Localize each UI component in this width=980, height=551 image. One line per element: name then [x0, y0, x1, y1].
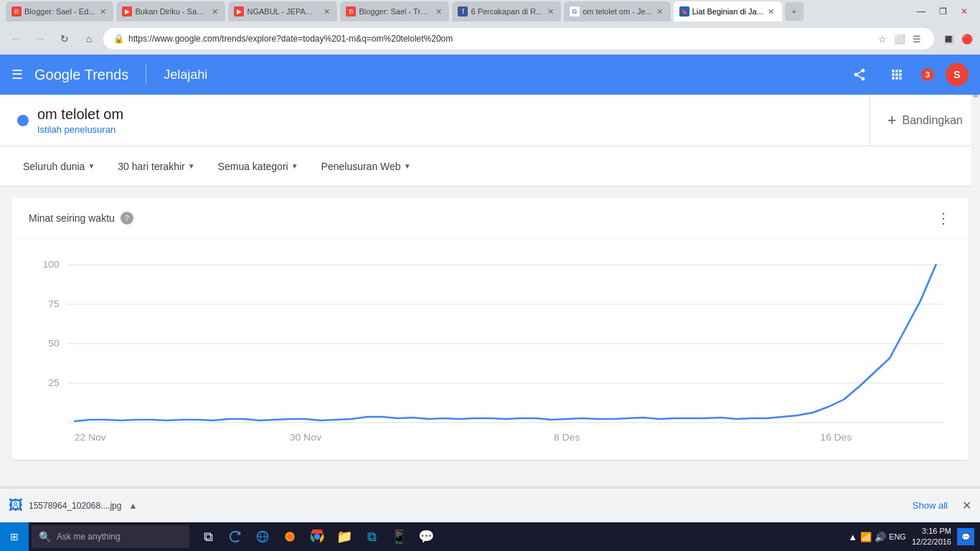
taskbar-chrome-icon[interactable] [304, 524, 330, 550]
minimize-button[interactable]: — [911, 4, 931, 19]
taskbar-search[interactable]: 🔍 Ask me anything [32, 525, 189, 548]
tab-favicon-5: f [458, 6, 468, 17]
time-display[interactable]: 3:16 PM 12/22/2016 [912, 526, 951, 548]
tab-close-5[interactable]: ✕ [545, 6, 555, 17]
avatar[interactable]: S [946, 63, 969, 86]
filter-time-arrow: ▼ [188, 162, 195, 170]
filter-bar: Seluruh dunia ▼ 30 hari terakhir ▼ Semua… [0, 146, 980, 187]
tab-4[interactable]: B Blogger: Sael - Tra... ✕ [340, 1, 449, 22]
extension-icon-2[interactable]: 🔴 [960, 32, 974, 46]
chart-container: 100 75 50 25 22 Nov 30 Nov 8 Des 16 Des [11, 239, 969, 460]
tab-close-2[interactable]: ✕ [209, 6, 220, 17]
tab-6[interactable]: G om telolet om - Je... ✕ [564, 1, 671, 22]
taskbar-ie-icon[interactable] [250, 524, 275, 550]
reload-button[interactable]: ↻ [55, 29, 75, 49]
taskbar-edge-icon[interactable] [222, 524, 248, 550]
tab-label-6: om telolet om - Je... [583, 7, 652, 16]
back-button[interactable]: ← [6, 29, 26, 49]
chart-title: Minat seiring waktu [29, 212, 115, 224]
filter-time[interactable]: 30 hari terakhir ▼ [112, 156, 200, 176]
tab-close-7[interactable]: ✕ [766, 6, 776, 17]
tab-label-4: Blogger: Sael - Tra... [359, 7, 430, 16]
search-term-name: om telolet om [37, 106, 123, 123]
chrome-menu-icon[interactable]: ☰ [910, 32, 924, 46]
compare-plus-icon: + [887, 111, 897, 130]
notif-icon: 💬 [961, 533, 970, 541]
close-download-button[interactable]: ✕ [962, 499, 971, 512]
download-file: 🖼 15578964_102068....jpg ▲ [9, 497, 137, 514]
tab-close-4[interactable]: ✕ [433, 6, 443, 17]
taskbar-search-label: Ask me anything [57, 532, 121, 542]
svg-text:16 Des: 16 Des [820, 432, 852, 442]
title-bar: B Blogger: Sael - Ed... ✕ ▶ Bukan Diriku… [0, 0, 980, 23]
taskbar-phone-icon[interactable]: 📱 [386, 524, 412, 550]
forward-button[interactable]: → [30, 29, 50, 49]
search-term-bar: om telolet om Istilah penelusuran + Band… [0, 95, 980, 146]
home-button[interactable]: ⌂ [79, 29, 99, 49]
taskbar: ⊞ 🔍 Ask me anything ⧉ 📁 ⧉ 📱 💬 ▲ 📶 🔊 ENG [0, 522, 980, 551]
svg-point-16 [314, 534, 320, 540]
filter-region[interactable]: Seluruh dunia ▼ [17, 156, 100, 176]
notification-badge[interactable]: 3 [921, 68, 934, 81]
tray-network-icon[interactable]: 📶 [860, 532, 872, 542]
date-value: 12/22/2016 [912, 537, 951, 547]
svg-text:25: 25 [48, 377, 59, 387]
tab-close-3[interactable]: ✕ [321, 6, 331, 17]
taskbar-firefox-icon[interactable] [277, 524, 303, 550]
bookmark-icon[interactable]: ☆ [875, 32, 890, 46]
tab-7[interactable]: 🔖 Liat Beginian di Ja... ✕ [674, 1, 782, 22]
filter-region-arrow: ▼ [88, 162, 95, 170]
header-divider [146, 65, 146, 85]
svg-text:22 Nov: 22 Nov [75, 432, 106, 442]
show-all-button[interactable]: Show all [904, 496, 956, 515]
tab-close-6[interactable]: ✕ [655, 6, 665, 17]
compare-label: Bandingkan [902, 114, 963, 127]
tray-volume-icon[interactable]: 🔊 [875, 532, 886, 542]
new-tab-button[interactable]: + [785, 2, 804, 21]
filter-region-label: Seluruh dunia [23, 161, 85, 172]
url-display: https://www.google.com/trends/explore?da… [128, 34, 871, 44]
filter-category[interactable]: Semua kategori ▼ [212, 156, 304, 176]
time-value: 3:16 PM [912, 526, 951, 537]
chart-more-menu[interactable]: ⋮ [936, 209, 951, 227]
taskbar-chat-icon[interactable]: 💬 [413, 524, 439, 550]
start-button[interactable]: ⊞ [0, 522, 29, 551]
compare-section[interactable]: + Bandingkan [870, 95, 980, 146]
header-actions: 3 S [847, 62, 969, 88]
filter-search-type-arrow: ▼ [404, 162, 411, 170]
tab-2[interactable]: ▶ Bukan Diriku - Sam... ✕ [116, 1, 225, 22]
download-filename: 15578964_102068....jpg [29, 501, 121, 511]
notifications-button[interactable]: 💬 [957, 528, 974, 545]
apps-button[interactable] [884, 62, 910, 88]
taskbar-files-icon[interactable]: 📁 [331, 524, 357, 550]
address-input[interactable]: 🔒 https://www.google.com/trends/explore?… [103, 28, 934, 50]
tab-3[interactable]: ▶ NGABUL - JEPARA... ✕ [228, 1, 337, 22]
cast-icon[interactable]: ⬜ [892, 32, 907, 46]
share-button[interactable] [847, 62, 872, 88]
download-bar: 🖼 15578964_102068....jpg ▲ Show all ✕ [0, 488, 980, 522]
tab-label-1: Blogger: Sael - Ed... [24, 7, 95, 16]
extension-icon-1[interactable]: 🔳 [941, 32, 956, 46]
tab-5[interactable]: f 6 Percakapan di R... ✕ [452, 1, 561, 22]
search-term-section: om telolet om Istilah penelusuran [0, 95, 870, 146]
filter-search-type-label: Penelusuran Web [321, 161, 401, 172]
close-button[interactable]: ✕ [954, 4, 974, 19]
menu-icon[interactable]: ☰ [11, 67, 23, 83]
taskbar-windows-icon[interactable]: ⧉ [359, 524, 385, 550]
svg-text:100: 100 [43, 259, 60, 269]
search-term-type: Istilah penelusuran [37, 124, 123, 135]
tab-1[interactable]: B Blogger: Sael - Ed... ✕ [6, 1, 113, 22]
download-chevron[interactable]: ▲ [128, 501, 137, 511]
tab-favicon-3: ▶ [234, 6, 244, 17]
tray-icon-1[interactable]: ▲ [848, 532, 857, 542]
term-info: om telolet om Istilah penelusuran [37, 106, 123, 135]
filter-search-type[interactable]: Penelusuran Web ▼ [316, 156, 417, 176]
tab-favicon-6: G [570, 6, 580, 17]
maximize-button[interactable]: ❐ [933, 4, 953, 19]
chart-help-icon[interactable]: ? [121, 212, 133, 225]
tab-close-1[interactable]: ✕ [98, 6, 108, 17]
tab-favicon-7: 🔖 [679, 6, 689, 17]
tab-favicon-4: B [346, 6, 356, 17]
tab-label-2: Bukan Diriku - Sam... [135, 7, 207, 16]
taskbar-task-view[interactable]: ⧉ [195, 524, 221, 550]
